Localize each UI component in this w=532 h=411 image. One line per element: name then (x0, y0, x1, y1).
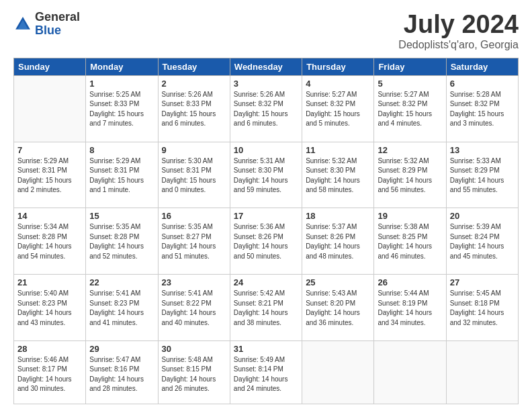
day-number: 2 (162, 79, 226, 89)
day-number: 4 (306, 79, 370, 89)
day-info: Sunrise: 5:36 AM Sunset: 8:26 PM Dayligh… (234, 222, 298, 261)
day-number: 11 (306, 145, 370, 155)
calendar-cell: 28Sunrise: 5:46 AM Sunset: 8:17 PM Dayli… (14, 340, 86, 404)
weekday-header: Sunday (14, 58, 86, 75)
day-number: 25 (306, 277, 370, 287)
logo: General Blue (13, 11, 80, 38)
day-info: Sunrise: 5:39 AM Sunset: 8:24 PM Dayligh… (450, 222, 515, 261)
day-number: 23 (162, 277, 226, 287)
day-number: 14 (17, 211, 82, 221)
day-number: 31 (234, 344, 298, 354)
calendar-cell: 16Sunrise: 5:35 AM Sunset: 8:27 PM Dayli… (158, 208, 230, 275)
weekday-header: Monday (86, 58, 158, 75)
logo-blue: Blue (35, 24, 80, 38)
day-info: Sunrise: 5:29 AM Sunset: 8:31 PM Dayligh… (89, 156, 154, 195)
day-info: Sunrise: 5:47 AM Sunset: 8:16 PM Dayligh… (89, 355, 154, 394)
calendar-cell: 6Sunrise: 5:28 AM Sunset: 8:32 PM Daylig… (446, 75, 518, 142)
day-number: 3 (234, 79, 298, 89)
day-info: Sunrise: 5:31 AM Sunset: 8:30 PM Dayligh… (234, 156, 298, 195)
calendar-cell: 25Sunrise: 5:43 AM Sunset: 8:20 PM Dayli… (302, 275, 374, 341)
calendar-cell: 3Sunrise: 5:26 AM Sunset: 8:32 PM Daylig… (230, 75, 302, 142)
day-info: Sunrise: 5:32 AM Sunset: 8:29 PM Dayligh… (378, 156, 442, 195)
day-info: Sunrise: 5:27 AM Sunset: 8:32 PM Dayligh… (306, 90, 370, 129)
day-number: 30 (162, 344, 226, 354)
calendar-cell: 11Sunrise: 5:32 AM Sunset: 8:30 PM Dayli… (302, 142, 374, 208)
calendar-cell: 14Sunrise: 5:34 AM Sunset: 8:28 PM Dayli… (14, 208, 86, 275)
day-info: Sunrise: 5:41 AM Sunset: 8:23 PM Dayligh… (89, 289, 154, 328)
day-number: 27 (450, 277, 515, 287)
day-number: 5 (378, 79, 442, 89)
calendar-week-row: 28Sunrise: 5:46 AM Sunset: 8:17 PM Dayli… (14, 340, 519, 404)
day-info: Sunrise: 5:37 AM Sunset: 8:26 PM Dayligh… (306, 222, 370, 261)
day-info: Sunrise: 5:49 AM Sunset: 8:14 PM Dayligh… (234, 355, 298, 394)
calendar-cell: 21Sunrise: 5:40 AM Sunset: 8:23 PM Dayli… (14, 275, 86, 341)
calendar-cell: 10Sunrise: 5:31 AM Sunset: 8:30 PM Dayli… (230, 142, 302, 208)
calendar-cell: 23Sunrise: 5:41 AM Sunset: 8:22 PM Dayli… (158, 275, 230, 341)
day-number: 16 (162, 211, 226, 221)
day-number: 24 (234, 277, 298, 287)
calendar-cell (302, 340, 374, 404)
calendar-cell: 19Sunrise: 5:38 AM Sunset: 8:25 PM Dayli… (374, 208, 446, 275)
calendar-cell: 20Sunrise: 5:39 AM Sunset: 8:24 PM Dayli… (446, 208, 518, 275)
calendar-cell: 27Sunrise: 5:45 AM Sunset: 8:18 PM Dayli… (446, 275, 518, 341)
calendar-cell: 13Sunrise: 5:33 AM Sunset: 8:29 PM Dayli… (446, 142, 518, 208)
day-info: Sunrise: 5:30 AM Sunset: 8:31 PM Dayligh… (162, 156, 226, 195)
main-title: July 2024 (398, 11, 519, 39)
logo-icon (13, 15, 32, 34)
calendar-cell (14, 75, 86, 142)
weekday-header: Friday (374, 58, 446, 75)
day-info: Sunrise: 5:43 AM Sunset: 8:20 PM Dayligh… (306, 289, 370, 328)
day-number: 28 (17, 344, 82, 354)
calendar-week-row: 21Sunrise: 5:40 AM Sunset: 8:23 PM Dayli… (14, 275, 519, 341)
logo-text: General Blue (35, 11, 80, 38)
day-info: Sunrise: 5:34 AM Sunset: 8:28 PM Dayligh… (17, 222, 82, 261)
weekday-header: Tuesday (158, 58, 230, 75)
day-number: 21 (17, 277, 82, 287)
day-info: Sunrise: 5:48 AM Sunset: 8:15 PM Dayligh… (162, 355, 226, 394)
weekday-header: Saturday (446, 58, 518, 75)
day-number: 18 (306, 211, 370, 221)
calendar-table: SundayMondayTuesdayWednesdayThursdayFrid… (13, 58, 519, 404)
calendar-cell: 7Sunrise: 5:29 AM Sunset: 8:31 PM Daylig… (14, 142, 86, 208)
day-number: 1 (89, 79, 154, 89)
calendar-cell (374, 340, 446, 404)
page: General Blue July 2024 Dedoplists'q'aro,… (0, 0, 532, 411)
calendar-cell (446, 340, 518, 404)
day-info: Sunrise: 5:28 AM Sunset: 8:32 PM Dayligh… (450, 90, 515, 129)
calendar-cell: 4Sunrise: 5:27 AM Sunset: 8:32 PM Daylig… (302, 75, 374, 142)
day-info: Sunrise: 5:40 AM Sunset: 8:23 PM Dayligh… (17, 289, 82, 328)
day-info: Sunrise: 5:32 AM Sunset: 8:30 PM Dayligh… (306, 156, 370, 195)
day-info: Sunrise: 5:45 AM Sunset: 8:18 PM Dayligh… (450, 289, 515, 328)
day-number: 8 (89, 145, 154, 155)
header: General Blue July 2024 Dedoplists'q'aro,… (13, 11, 519, 51)
calendar-week-row: 7Sunrise: 5:29 AM Sunset: 8:31 PM Daylig… (14, 142, 519, 208)
day-info: Sunrise: 5:44 AM Sunset: 8:19 PM Dayligh… (378, 289, 442, 328)
day-number: 13 (450, 145, 515, 155)
day-number: 26 (378, 277, 442, 287)
day-number: 10 (234, 145, 298, 155)
subtitle: Dedoplists'q'aro, Georgia (398, 39, 519, 51)
title-block: July 2024 Dedoplists'q'aro, Georgia (398, 11, 519, 51)
calendar-cell: 22Sunrise: 5:41 AM Sunset: 8:23 PM Dayli… (86, 275, 158, 341)
day-info: Sunrise: 5:46 AM Sunset: 8:17 PM Dayligh… (17, 355, 82, 394)
calendar-cell: 17Sunrise: 5:36 AM Sunset: 8:26 PM Dayli… (230, 208, 302, 275)
calendar-cell: 1Sunrise: 5:25 AM Sunset: 8:33 PM Daylig… (86, 75, 158, 142)
calendar-week-row: 1Sunrise: 5:25 AM Sunset: 8:33 PM Daylig… (14, 75, 519, 142)
day-info: Sunrise: 5:26 AM Sunset: 8:32 PM Dayligh… (234, 90, 298, 129)
day-number: 6 (450, 79, 515, 89)
day-info: Sunrise: 5:29 AM Sunset: 8:31 PM Dayligh… (17, 156, 82, 195)
day-info: Sunrise: 5:27 AM Sunset: 8:32 PM Dayligh… (378, 90, 442, 129)
calendar-cell: 5Sunrise: 5:27 AM Sunset: 8:32 PM Daylig… (374, 75, 446, 142)
calendar-cell: 2Sunrise: 5:26 AM Sunset: 8:33 PM Daylig… (158, 75, 230, 142)
day-info: Sunrise: 5:33 AM Sunset: 8:29 PM Dayligh… (450, 156, 515, 195)
calendar-cell: 31Sunrise: 5:49 AM Sunset: 8:14 PM Dayli… (230, 340, 302, 404)
day-number: 22 (89, 277, 154, 287)
day-number: 9 (162, 145, 226, 155)
logo-general: General (35, 11, 80, 24)
calendar-week-row: 14Sunrise: 5:34 AM Sunset: 8:28 PM Dayli… (14, 208, 519, 275)
calendar-header-row: SundayMondayTuesdayWednesdayThursdayFrid… (14, 58, 519, 75)
calendar-cell: 18Sunrise: 5:37 AM Sunset: 8:26 PM Dayli… (302, 208, 374, 275)
calendar-cell: 12Sunrise: 5:32 AM Sunset: 8:29 PM Dayli… (374, 142, 446, 208)
weekday-header: Thursday (302, 58, 374, 75)
day-info: Sunrise: 5:35 AM Sunset: 8:27 PM Dayligh… (162, 222, 226, 261)
